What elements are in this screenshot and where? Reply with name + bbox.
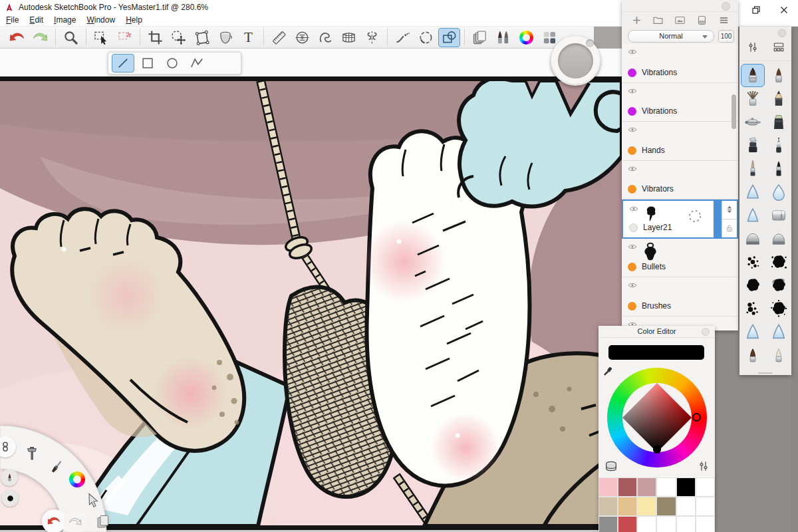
color-swatch[interactable] — [618, 497, 637, 516]
brush-ballpoint-pen[interactable] — [767, 134, 791, 157]
layer-visibility-toggle[interactable] — [626, 86, 638, 96]
color-wheel-tool-button[interactable] — [515, 28, 537, 47]
layer-visibility-toggle[interactable] — [626, 47, 638, 57]
deselect-tool-button[interactable] — [114, 28, 136, 47]
undo-tool-button[interactable] — [6, 28, 28, 47]
menu-window[interactable]: Window — [81, 15, 120, 27]
menu-help[interactable]: Help — [120, 15, 148, 27]
layer-lock-button[interactable] — [722, 219, 737, 237]
color-swatch[interactable] — [696, 516, 715, 532]
layers-tool-button[interactable] — [469, 28, 491, 47]
ellipse-guide-tool-button[interactable] — [291, 28, 313, 47]
brush-panel-resize-handle[interactable] — [758, 372, 773, 374]
layer-row-hands[interactable]: Hands — [622, 122, 738, 161]
panel-menu-button[interactable] — [716, 13, 732, 27]
brush-settings-button[interactable] — [747, 41, 759, 56]
color-swatch[interactable] — [656, 497, 676, 516]
merge-button[interactable] — [694, 13, 710, 27]
brush-splay-brush[interactable] — [741, 87, 765, 110]
predictive-ellipse-tool-button[interactable] — [415, 28, 437, 47]
brush-splatter-1[interactable] — [741, 250, 765, 273]
color-sliders-icon[interactable] — [698, 460, 710, 472]
fill-tool-button[interactable] — [214, 28, 236, 47]
color-swatch[interactable] — [618, 516, 637, 532]
shapes-tool-button[interactable] — [438, 28, 460, 47]
tools-hammer-button[interactable] — [24, 446, 40, 462]
brush-puck-pin[interactable] — [586, 39, 594, 47]
color-swatch[interactable] — [618, 477, 637, 497]
layer-visibility-toggle[interactable] — [626, 125, 638, 134]
text-tool-button[interactable]: T — [237, 28, 259, 47]
color-swatch[interactable] — [696, 497, 715, 516]
menu-edit[interactable]: Edit — [24, 15, 49, 27]
lagoon-redo-button[interactable] — [66, 515, 84, 529]
transform-tool-button[interactable] — [191, 28, 213, 47]
brush-chisel-tip[interactable] — [741, 134, 765, 157]
french-curve-tool-button[interactable] — [315, 28, 336, 47]
color-swatch[interactable] — [637, 516, 656, 532]
layer-opacity-field[interactable]: 100 — [718, 30, 734, 43]
line-shape-button[interactable] — [112, 54, 134, 72]
brush-splatter-2[interactable] — [767, 250, 791, 273]
brush-splatter-4[interactable] — [767, 273, 791, 297]
color-swatch[interactable] — [598, 497, 618, 516]
layers-scrollbar[interactable] — [732, 94, 736, 129]
crop-tool-button[interactable] — [144, 28, 166, 47]
brush-puck-core[interactable] — [558, 43, 593, 78]
layer-color-tag[interactable] — [628, 146, 636, 155]
ruler-tool-button[interactable] — [268, 28, 290, 47]
color-swatch[interactable] — [656, 516, 676, 532]
layers-panel-collapse-button[interactable] — [722, 2, 730, 11]
rectangle-shape-button[interactable] — [136, 54, 159, 72]
brush-dome-eraser[interactable] — [741, 227, 765, 250]
ellipse-shape-button[interactable] — [161, 54, 184, 72]
close-button[interactable] — [770, 0, 798, 20]
folder-button[interactable] — [650, 13, 666, 27]
import-image-button[interactable] — [672, 13, 688, 27]
steady-stroke-tool-button[interactable] — [392, 28, 414, 47]
redo-tool-button[interactable] — [29, 28, 51, 47]
polyline-shape-button[interactable] — [186, 54, 208, 72]
brush-smudge-2[interactable] — [741, 203, 765, 227]
brushes-tool-button[interactable] — [492, 28, 514, 47]
layer-color-tag[interactable] — [628, 68, 636, 77]
dot-disc-button[interactable] — [1, 489, 19, 507]
brush-disc-button[interactable] — [1, 469, 18, 486]
layer-visibility-toggle[interactable] — [628, 204, 640, 213]
perspective-tool-button[interactable] — [338, 28, 360, 47]
brush-smudge-4[interactable] — [767, 320, 791, 343]
layer-row-vibrations[interactable]: Vibrations — [622, 44, 738, 83]
menu-image[interactable]: Image — [49, 15, 81, 27]
brush-pencil[interactable] — [767, 87, 791, 110]
layer-color-tag[interactable] — [628, 185, 636, 194]
layer-row-vibrators[interactable]: Vibrators — [622, 161, 738, 200]
brush-puck[interactable] — [551, 36, 600, 86]
color-swatch[interactable] — [598, 516, 618, 532]
current-color-bar[interactable] — [608, 345, 704, 360]
restore-button[interactable] — [742, 0, 770, 20]
layer-color-tag[interactable] — [628, 263, 636, 271]
layer-color-tag[interactable] — [628, 107, 636, 116]
brush-paintbrush-2[interactable] — [767, 64, 791, 87]
color-swatch[interactable] — [637, 497, 656, 516]
layer-row-layer21[interactable]: Layer21 — [622, 200, 738, 239]
brush-liner-brush[interactable] — [741, 157, 765, 180]
brush-water-drop[interactable] — [767, 180, 791, 203]
layers-panel-grip[interactable] — [622, 0, 738, 12]
color-puck-button[interactable] — [69, 471, 85, 487]
brush-smudge-3[interactable] — [741, 320, 765, 343]
brush-panel-collapse-button[interactable] — [778, 29, 786, 37]
layer-color-tag[interactable] — [628, 302, 636, 311]
layer-row-bullets[interactable]: Bullets — [622, 239, 738, 278]
layer-visibility-toggle[interactable] — [626, 281, 638, 290]
brush-library-button[interactable] — [773, 41, 785, 56]
layer-row-brushes[interactable]: Brushes — [622, 277, 738, 317]
zoom-tool-button[interactable] — [60, 28, 82, 47]
selection-arrow-button[interactable] — [85, 492, 101, 508]
brush-marker[interactable] — [767, 110, 791, 134]
brush-small-marker[interactable] — [767, 157, 791, 180]
add-layer-button[interactable] — [628, 13, 644, 27]
brush-airbrush[interactable] — [741, 110, 765, 134]
color-editor-collapse-button[interactable] — [702, 328, 710, 336]
move-selection-tool-button[interactable] — [168, 28, 190, 47]
